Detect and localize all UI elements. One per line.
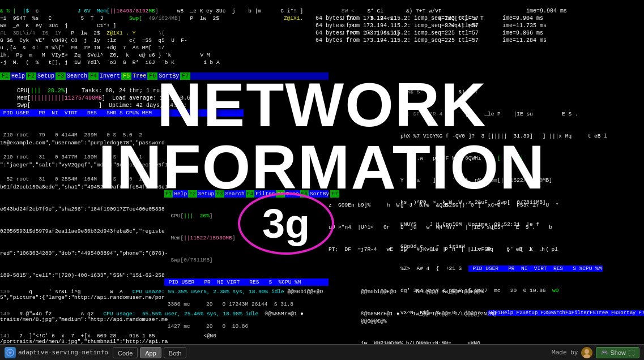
tab-code[interactable]: Code — [113, 347, 138, 358]
bottom-toolbar: adaptive-serving-netinfo Code App Both M… — [0, 344, 644, 360]
toolbar-left: adaptive-serving-netinfo Code App Both — [5, 347, 552, 358]
3g-indicator: 3g — [238, 192, 334, 255]
3g-label: 3g — [262, 200, 310, 247]
show-icon: 🎮 — [601, 349, 608, 355]
tab-app[interactable]: App — [140, 347, 161, 358]
tab-both[interactable]: Both — [164, 347, 187, 358]
toolbar-right: Made by 🎮 Show ⛶ — [552, 347, 639, 358]
author-avatar — [581, 347, 592, 358]
app-icon — [5, 347, 16, 358]
show-button[interactable]: 🎮 Show ⛶ — [596, 347, 639, 358]
made-by-label: Made by — [552, 349, 578, 356]
show-label: Show — [610, 349, 626, 356]
expand-icon: ⛶ — [628, 349, 634, 356]
app-name-label: adaptive-serving-netinfo — [18, 349, 108, 356]
svg-point-2 — [585, 349, 589, 354]
